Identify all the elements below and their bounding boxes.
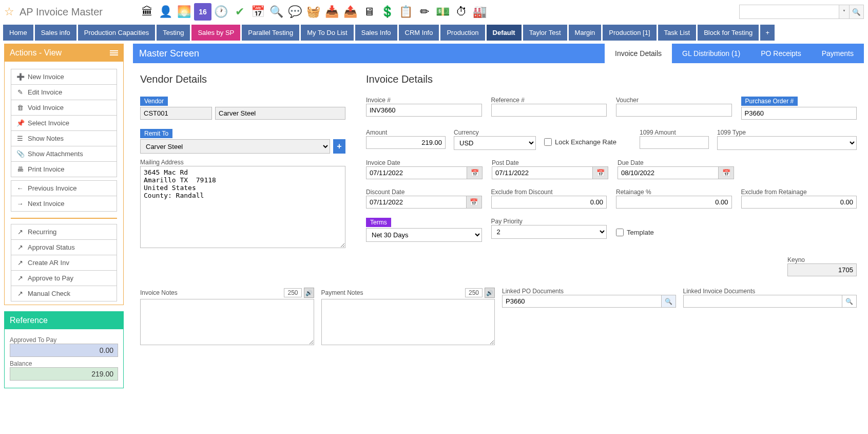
nav-tab-sales-info[interactable]: Sales Info bbox=[355, 25, 397, 41]
exclude-retainage-input[interactable] bbox=[741, 196, 857, 209]
reference-no-input[interactable] bbox=[491, 104, 607, 117]
speaker-icon[interactable]: 🔊 bbox=[304, 288, 314, 298]
pay-priority-select[interactable]: 2 bbox=[491, 225, 607, 239]
action-next-invoice[interactable]: →Next Invoice bbox=[11, 196, 117, 212]
add-remit-button[interactable]: + bbox=[333, 139, 345, 154]
action-new-invoice[interactable]: ➕New Invoice bbox=[11, 69, 117, 84]
invoice-notes-textarea[interactable] bbox=[140, 299, 314, 345]
nav-tab-production[interactable]: Production bbox=[440, 25, 485, 41]
mailing-address-textarea[interactable] bbox=[140, 166, 345, 248]
linked-po-input[interactable] bbox=[502, 295, 662, 308]
bank-icon[interactable]: 🏛 bbox=[139, 3, 156, 21]
globe-search-icon[interactable]: 🔍 bbox=[268, 3, 285, 21]
action-select-invoice[interactable]: 📌Select Invoice bbox=[11, 115, 117, 130]
nav-tab-production-1-[interactable]: Production [1] bbox=[603, 25, 656, 41]
nav-tab-block-for-testing[interactable]: Block for Testing bbox=[698, 25, 759, 41]
invoice-no-input[interactable] bbox=[366, 104, 482, 117]
cash-icon[interactable]: 💵 bbox=[434, 3, 452, 21]
clipboard-icon[interactable]: 📋 bbox=[397, 3, 415, 21]
calendar-icon[interactable]: 📅 bbox=[467, 196, 482, 209]
nav-tab-sales-info[interactable]: Sales info bbox=[35, 25, 76, 41]
nav-tab-testing[interactable]: Testing bbox=[157, 25, 190, 41]
lock-rate-checkbox[interactable] bbox=[544, 138, 552, 146]
voucher-input[interactable] bbox=[616, 104, 732, 117]
calendar-badge-icon[interactable]: 16 bbox=[194, 3, 211, 21]
nav-tab-default[interactable]: Default bbox=[487, 25, 522, 41]
nav-tab-parallel-testing[interactable]: Parallel Testing bbox=[242, 25, 299, 41]
action-manual-check[interactable]: ↗Manual Check bbox=[11, 286, 117, 301]
clock-icon[interactable]: 🕐 bbox=[213, 3, 230, 21]
action-approve-to-pay[interactable]: ↗Approve to Pay bbox=[11, 270, 117, 286]
nav-tab-margin[interactable]: Margin bbox=[569, 25, 602, 41]
remit-label[interactable]: Remit To bbox=[140, 129, 172, 138]
terms-label[interactable]: Terms bbox=[366, 218, 391, 227]
linked-inv-input[interactable] bbox=[683, 295, 843, 308]
retainage-pct-input[interactable] bbox=[616, 196, 732, 209]
factory-icon[interactable]: 🏭 bbox=[471, 3, 489, 21]
gauge-icon[interactable]: ⏱ bbox=[453, 3, 470, 21]
money-icon[interactable]: 💲 bbox=[379, 3, 396, 21]
tab-gl-distribution-1-[interactable]: GL Distribution (1) bbox=[672, 44, 750, 63]
chat-icon[interactable]: 💬 bbox=[286, 3, 304, 21]
upload-icon[interactable]: 📤 bbox=[342, 3, 359, 21]
due-date-input[interactable] bbox=[618, 166, 719, 179]
sun-icon[interactable]: 🌅 bbox=[176, 3, 193, 21]
search-input[interactable] bbox=[739, 5, 839, 19]
vendor-name-input[interactable] bbox=[215, 107, 345, 120]
tab-invoice-details[interactable]: Invoice Details bbox=[605, 44, 672, 63]
speaker-icon[interactable]: 🔊 bbox=[485, 288, 495, 298]
search-button[interactable]: 🔍 bbox=[850, 5, 864, 19]
calendar-icon[interactable]: 📅 bbox=[719, 166, 734, 179]
add-tab-button[interactable]: + bbox=[760, 25, 775, 41]
user-icon[interactable]: 👤 bbox=[157, 3, 175, 21]
invoice-date-input[interactable] bbox=[366, 166, 467, 179]
action-approval-status[interactable]: ↗Approval Status bbox=[11, 239, 117, 255]
action-edit-invoice[interactable]: ✎Edit Invoice bbox=[11, 84, 117, 100]
calendar-icon[interactable]: 📅 bbox=[593, 166, 608, 179]
tab-payments[interactable]: Payments bbox=[812, 44, 864, 63]
screen-icon[interactable]: 🖥 bbox=[360, 3, 378, 21]
payment-notes-textarea[interactable] bbox=[321, 299, 495, 345]
download-icon[interactable]: 📥 bbox=[323, 3, 341, 21]
action-void-invoice[interactable]: 🗑Void Invoice bbox=[11, 100, 117, 115]
search-dropdown-icon[interactable]: ˅ bbox=[839, 5, 850, 19]
favorite-star-icon[interactable]: ☆ bbox=[4, 5, 14, 18]
exclude-discount-input[interactable] bbox=[491, 196, 607, 209]
nav-tab-taylor-test[interactable]: Taylor Test bbox=[523, 25, 567, 41]
template-checkbox[interactable] bbox=[616, 229, 624, 236]
menu-icon[interactable] bbox=[110, 50, 118, 55]
currency-select[interactable]: USD bbox=[454, 136, 536, 150]
terms-select[interactable]: Net 30 Days bbox=[366, 228, 482, 242]
action-show-attachments[interactable]: 📎Show Attachments bbox=[11, 146, 117, 161]
po-no-input[interactable] bbox=[741, 107, 857, 120]
po-no-label[interactable]: Purchase Order # bbox=[741, 97, 798, 106]
tab-po-receipts[interactable]: PO Receipts bbox=[750, 44, 812, 63]
basket-icon[interactable]: 🧺 bbox=[305, 3, 322, 21]
nav-tab-sales-by-sp[interactable]: Sales by SP bbox=[191, 25, 240, 41]
discount-date-input[interactable] bbox=[366, 196, 467, 209]
nav-tab-home[interactable]: Home bbox=[3, 25, 33, 41]
search-icon[interactable]: 🔍 bbox=[662, 295, 676, 308]
amount-input[interactable] bbox=[366, 136, 446, 149]
check-icon[interactable]: ✔ bbox=[231, 3, 248, 21]
nav-tab-production-capacities[interactable]: Production Capacities bbox=[78, 25, 155, 41]
action-recurring[interactable]: ↗Recurring bbox=[11, 224, 117, 239]
vendor-code-input[interactable] bbox=[140, 107, 212, 120]
nav-tab-crm-info[interactable]: CRM Info bbox=[399, 25, 439, 41]
nav-tab-task-list[interactable]: Task List bbox=[658, 25, 697, 41]
1099-type-select[interactable] bbox=[717, 136, 857, 150]
remit-select[interactable]: Carver Steel bbox=[140, 139, 330, 154]
action-create-ar-inv[interactable]: ↗Create AR Inv bbox=[11, 255, 117, 270]
action-show-notes[interactable]: ☰Show Notes bbox=[11, 130, 117, 146]
search-icon[interactable]: 🔍 bbox=[842, 295, 857, 308]
calendar-icon[interactable]: 📅 bbox=[467, 166, 483, 179]
detail-tabs: Invoice DetailsGL Distribution (1)PO Rec… bbox=[605, 44, 864, 63]
post-date-input[interactable] bbox=[492, 166, 593, 179]
calendar-icon[interactable]: 📅 bbox=[249, 3, 267, 21]
1099-amount-input[interactable] bbox=[640, 136, 709, 149]
nav-tab-my-to-do-list[interactable]: My To Do List bbox=[301, 25, 354, 41]
edit-icon[interactable]: ✏ bbox=[416, 3, 433, 21]
action-print-invoice[interactable]: 🖶Print Invoice bbox=[11, 161, 117, 177]
vendor-label[interactable]: Vendor bbox=[140, 97, 168, 106]
action-previous-invoice[interactable]: ←Previous Invoice bbox=[11, 180, 117, 196]
